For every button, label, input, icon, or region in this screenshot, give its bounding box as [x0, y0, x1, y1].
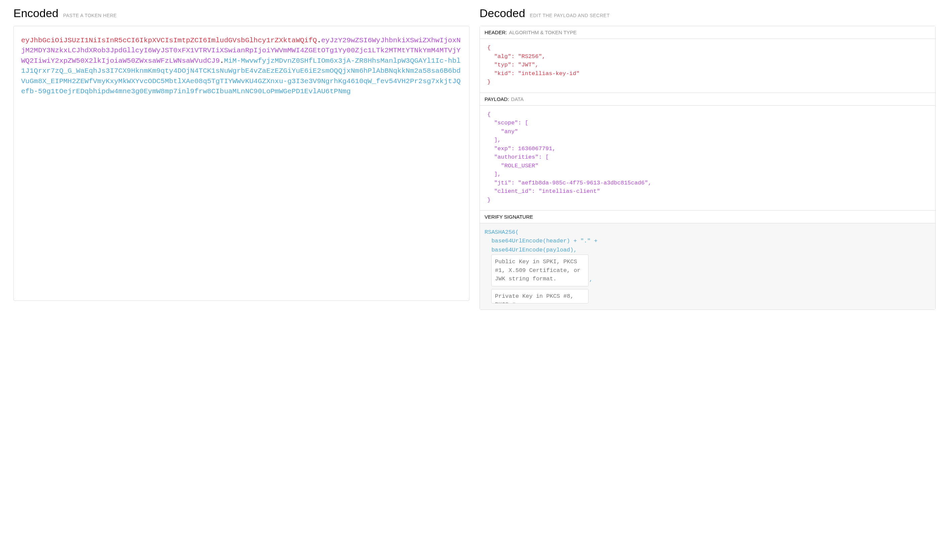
decoded-title: Decoded — [480, 7, 525, 20]
encoded-column: Encoded PASTE A TOKEN HERE eyJhbGciOiJSU… — [14, 7, 469, 310]
header-section: HEADER: ALGORITHM & TOKEN TYPE { "alg": … — [480, 26, 935, 93]
encoded-subtitle: PASTE A TOKEN HERE — [63, 13, 117, 18]
encoded-panel[interactable]: eyJhbGciOiJSUzI1NiIsInR5cCI6IkpXVCIsImtp… — [14, 26, 469, 301]
payload-json[interactable]: { "scope": [ "any" ], "exp": 1636067791,… — [480, 106, 935, 211]
token-header-part: eyJhbGciOiJSUzI1NiIsInR5cCI6IkpXVCIsImtp… — [21, 37, 317, 44]
verify-section: VERIFY SIGNATURE RSASHA256( base64UrlEnc… — [480, 211, 935, 309]
private-key-input[interactable] — [491, 289, 589, 304]
verify-label: VERIFY SIGNATURE — [484, 214, 533, 220]
token-dot-2: . — [220, 57, 224, 65]
decoded-subtitle: EDIT THE PAYLOAD AND SECRET — [530, 13, 610, 18]
decoded-panel: HEADER: ALGORITHM & TOKEN TYPE { "alg": … — [480, 26, 935, 310]
payload-section-title: PAYLOAD: DATA — [480, 93, 935, 106]
payload-section: PAYLOAD: DATA { "scope": [ "any" ], "exp… — [480, 93, 935, 211]
payload-label: PAYLOAD: — [484, 96, 509, 102]
token-dot-1: . — [317, 37, 321, 44]
verify-comma: , — [589, 275, 592, 286]
encoded-title: Encoded — [14, 7, 58, 20]
verify-algo-line: RSASHA256( — [484, 228, 931, 237]
verify-line-1: base64UrlEncode(header) + "." + — [484, 237, 931, 245]
header-label: HEADER: — [484, 29, 507, 35]
public-key-input[interactable] — [491, 254, 589, 286]
verify-section-title: VERIFY SIGNATURE — [480, 211, 935, 223]
decoded-column: Decoded EDIT THE PAYLOAD AND SECRET HEAD… — [480, 7, 935, 310]
header-json[interactable]: { "alg": "RS256", "typ": "JWT", "kid": "… — [480, 39, 935, 92]
verify-body: RSASHA256( base64UrlEncode(header) + "."… — [480, 223, 935, 309]
header-sublabel: ALGORITHM & TOKEN TYPE — [509, 29, 577, 35]
payload-sublabel: DATA — [511, 96, 524, 102]
decoded-header: Decoded EDIT THE PAYLOAD AND SECRET — [480, 7, 935, 20]
jwt-debugger: Encoded PASTE A TOKEN HERE eyJhbGciOiJSU… — [14, 7, 935, 310]
encoded-token[interactable]: eyJhbGciOiJSUzI1NiIsInR5cCI6IkpXVCIsImtp… — [21, 35, 462, 97]
encoded-header: Encoded PASTE A TOKEN HERE — [14, 7, 469, 20]
header-section-title: HEADER: ALGORITHM & TOKEN TYPE — [480, 26, 935, 39]
verify-line-2: base64UrlEncode(payload), — [484, 246, 931, 254]
